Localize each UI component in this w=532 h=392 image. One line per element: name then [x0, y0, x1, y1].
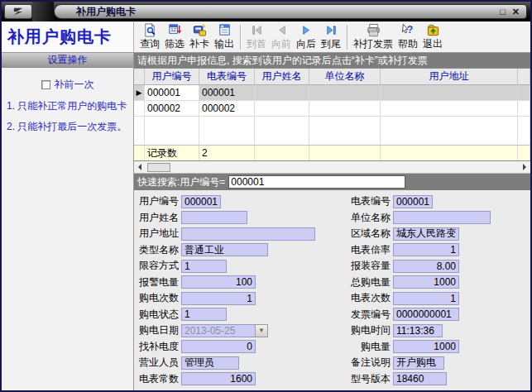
form-input-r8-right[interactable]: 11:13:36 — [393, 324, 443, 337]
form-field-label: 电表次数 — [351, 291, 391, 305]
form-row: 用户编号000001电表编号000001 — [139, 194, 530, 210]
table-row[interactable]: 000002000002 — [134, 101, 530, 117]
grid-cell[interactable] — [255, 101, 309, 116]
data-grid: 用户编号电表编号用户姓名单位名称用户地址▶0000010000010000020… — [134, 68, 530, 161]
form-input-r6-left[interactable]: 1 — [181, 292, 256, 305]
grid-header-cell[interactable]: 电表编号 — [199, 69, 255, 84]
row-selector[interactable] — [134, 101, 145, 116]
grid-cell[interactable] — [381, 85, 518, 100]
form-input-r3-right[interactable]: 1 — [393, 243, 459, 256]
form-field-label: 购电时间 — [351, 323, 391, 337]
form-field: 电表编号000001 — [351, 194, 433, 208]
scrollbar-thumb[interactable] — [147, 163, 170, 172]
scroll-left-icon[interactable] — [134, 162, 146, 173]
quick-search-label: 快速搜索:用户编号= — [137, 175, 225, 189]
grid-header-cell-clipped — [518, 69, 530, 84]
form-field-label: 型号版本 — [351, 372, 391, 386]
grid-cell[interactable] — [309, 101, 381, 116]
toolbar-button-exit[interactable]: 退出 — [420, 22, 445, 52]
form-input-r2-left[interactable] — [181, 227, 315, 241]
help-cursor-icon: ? — [401, 23, 415, 37]
form-field-label: 类型名称 — [139, 243, 179, 257]
quick-search-input[interactable] — [228, 175, 405, 189]
sidebar-note-1: 1. 只能补正常用户的购电卡 — [2, 92, 133, 112]
toolbar-button-label: 补打发票 — [353, 37, 393, 51]
form-input-r11-left[interactable]: 1600 — [181, 372, 256, 385]
record-count-value: 2 — [199, 146, 255, 160]
form-row: 用户地址区域名称城东人民路变 — [139, 226, 530, 242]
form-input-r4-right[interactable]: 8.00 — [393, 260, 459, 273]
form-input-r11-right[interactable]: 18460 — [393, 372, 447, 385]
form-input-r9-right[interactable]: 1000 — [393, 340, 459, 353]
toolbar-button-next[interactable]: 向后 — [294, 22, 319, 52]
checkbox-label: 补前一次 — [55, 78, 94, 92]
toolbar-button-query[interactable]: 查询 — [137, 22, 162, 52]
toolbar-button-reprint-invoice[interactable]: 补打发票 — [351, 22, 395, 52]
grid-footer-cell — [309, 146, 381, 160]
form-field: 营业人员管理员 — [139, 356, 351, 370]
maximize-button[interactable]: □ — [500, 7, 506, 17]
form-field-label: 找补电度 — [139, 340, 179, 354]
toolbar-button-help[interactable]: ?帮助 — [395, 22, 420, 52]
form-row: 购电状态1发票编号0000000001 — [139, 307, 530, 323]
grid-footer-selector — [134, 146, 145, 160]
form-input-r3-left[interactable]: 普通工业 — [181, 243, 268, 256]
grid-header-cell[interactable]: 用户地址 — [381, 69, 518, 84]
form-row: 用户姓名单位名称 — [139, 210, 530, 227]
form-row: 找补电度0购电量1000 — [139, 339, 530, 356]
form-field: 购电日期2013-05-25▼ — [139, 323, 351, 337]
form-field-label: 区域名称 — [351, 227, 391, 241]
form-input-r1-right[interactable] — [393, 211, 491, 224]
grid-header-cell[interactable]: 单位名称 — [309, 69, 381, 84]
form-input-r10-left[interactable]: 管理员 — [181, 356, 239, 370]
horizontal-scrollbar[interactable] — [134, 161, 530, 174]
grid-cell[interactable]: 000002 — [199, 101, 255, 116]
form-field: 型号版本18460 — [351, 372, 447, 386]
form-field: 电表倍率1 — [351, 243, 459, 257]
grid-cell[interactable] — [255, 85, 309, 100]
form-input-r4-left[interactable]: 1 — [181, 260, 227, 273]
grid-cell[interactable] — [309, 85, 381, 100]
close-button[interactable]: ✕ — [512, 7, 520, 17]
sidebar-note-2: 2. 只能补打最后一次发票。 — [2, 112, 133, 133]
form-input-r7-left[interactable]: 1 — [181, 308, 227, 321]
form-input-r10-right[interactable]: 开户购电 — [393, 356, 444, 370]
form-input-r5-right[interactable]: 1000 — [393, 275, 459, 289]
checkbox-replenish-previous[interactable]: 补前一次 — [2, 78, 133, 92]
form-input-r5-left[interactable]: 100 — [181, 275, 256, 289]
form-input-r6-right[interactable]: 1 — [393, 292, 459, 305]
form-input-r1-left[interactable] — [181, 211, 247, 224]
form-input-r2-right[interactable]: 城东人民路变 — [393, 227, 459, 241]
form-field-label: 购电日期 — [139, 323, 179, 337]
toolbar-button-filter[interactable]: 12筛选 — [162, 22, 187, 52]
exit-folder-icon — [426, 23, 440, 37]
grid-cell[interactable] — [381, 101, 518, 116]
grid-cell[interactable]: 000002 — [145, 101, 199, 116]
sidebar: 设置操作 补前一次 1. 只能补正常用户的购电卡 2. 只能补打最后一次发票。 — [2, 53, 134, 390]
toolbar-button-replenish-card[interactable]: 补卡 — [187, 22, 212, 52]
form-input-r0-right[interactable]: 000001 — [393, 195, 433, 208]
form-field-label: 发票编号 — [351, 308, 391, 322]
form-field-label: 单位名称 — [351, 211, 391, 225]
form-input-r9-left[interactable]: 0 — [181, 340, 256, 353]
form-field-label: 电表编号 — [351, 194, 391, 208]
form-field: 限容方式1 — [139, 259, 351, 273]
scroll-right-icon[interactable] — [519, 162, 530, 173]
sidebar-header: 设置操作 — [2, 53, 133, 68]
grid-fill-cell — [145, 117, 199, 145]
toolbar-button-export[interactable]: 输出 — [212, 22, 237, 52]
table-row[interactable]: ▶000001000001 — [134, 85, 530, 101]
grid-cell[interactable]: 000001 — [199, 85, 255, 100]
grid-header-cell[interactable]: 用户编号 — [145, 69, 199, 84]
form-input-r0-left[interactable]: 000001 — [181, 195, 221, 208]
toolbar-button-first: 到首 — [244, 22, 269, 52]
form-field-label: 用户编号 — [139, 194, 179, 208]
toolbar-button-label: 到首 — [247, 37, 266, 51]
row-selector[interactable]: ▶ — [134, 85, 145, 100]
form-field-label: 购电量 — [351, 340, 391, 354]
toolbar-button-last[interactable]: 到尾 — [319, 22, 343, 52]
form-input-r7-right[interactable]: 0000000001 — [393, 308, 459, 321]
grid-cell[interactable]: 000001 — [145, 85, 199, 100]
form-field-label: 总购电量 — [351, 275, 391, 289]
grid-header-cell[interactable]: 用户姓名 — [255, 69, 309, 84]
